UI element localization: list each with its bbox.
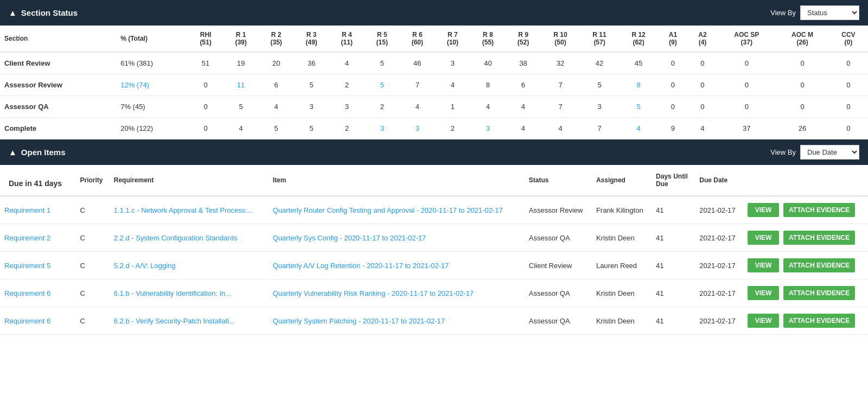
cell-aocm: 26 [776, 118, 829, 139]
oi-col-duedate: Due Date [695, 165, 743, 196]
cell-r3: 5 [294, 74, 329, 96]
cell-r1: 19 [224, 52, 259, 74]
oi-status: Assessor Review [525, 196, 592, 224]
view-button[interactable]: VIEW [748, 286, 780, 300]
oi-duedate: 2021-02-17 [695, 279, 743, 307]
view-button[interactable]: VIEW [748, 258, 780, 272]
col-rhi: RHI(51) [188, 26, 224, 52]
section-table: Section % (Total) RHI(51) R 1(39) R 2(35… [0, 26, 868, 139]
oi-actions: VIEW ATTACH EVIDENCE [743, 224, 868, 252]
attach-evidence-button[interactable]: ATTACH EVIDENCE [783, 258, 855, 272]
oi-req[interactable]: Requirement 6 [0, 307, 76, 335]
oi-item[interactable]: Quarterly A/V Log Retention - 2020-11-17… [269, 252, 525, 279]
cell-rhi: 0 [188, 118, 224, 139]
attach-evidence-button[interactable]: ATTACH EVIDENCE [783, 286, 855, 300]
list-item: Requirement 6C6.2.b - Verify Security-Pa… [0, 307, 868, 335]
oi-assigned: Frank Kilington [592, 196, 652, 224]
view-button[interactable]: VIEW [748, 314, 780, 328]
oi-duedate: 2021-02-17 [695, 252, 743, 279]
oi-reqdetail[interactable]: 2.2.d - System Configuration Standards [110, 224, 269, 252]
oi-item[interactable]: Quarterly Vulnerability Risk Ranking - 2… [269, 279, 525, 307]
cell-r9: 4 [506, 96, 541, 118]
cell-ccv: 0 [829, 96, 868, 118]
cell-r7: 3 [435, 52, 470, 74]
cell-r6: 4 [400, 96, 435, 118]
section-pct: 7% (45) [116, 96, 188, 118]
section-name: Complete [0, 118, 116, 139]
open-items-chevron: ▲ [9, 148, 17, 157]
oi-item[interactable]: Quarterly Sys Config - 2020-11-17 to 202… [269, 224, 525, 252]
col-r1: R 1(39) [224, 26, 259, 52]
col-a1: A1(9) [658, 26, 688, 52]
cell-r5: 3 [365, 118, 400, 139]
col-r10: R 10(50) [541, 26, 580, 52]
oi-req[interactable]: Requirement 6 [0, 279, 76, 307]
col-section: Section [0, 26, 116, 52]
oi-actions: VIEW ATTACH EVIDENCE [743, 307, 868, 335]
cell-a2: 0 [688, 52, 718, 74]
cell-aocsp: 37 [717, 118, 776, 139]
oi-reqdetail[interactable]: 6.2.b - Verify Security-Patch Installati… [110, 307, 269, 335]
cell-a2: 0 [688, 74, 718, 96]
oi-duedate: 2021-02-17 [695, 196, 743, 224]
col-r6: R 6(60) [400, 26, 435, 52]
oi-duedate: 2021-02-17 [695, 307, 743, 335]
open-items-table-wrapper: Due in 41 days Priority Requirement Item… [0, 165, 868, 335]
open-items-header-row: Due in 41 days Priority Requirement Item… [0, 165, 868, 196]
oi-days: 41 [652, 196, 695, 224]
oi-col-status: Status [525, 165, 592, 196]
cell-r10: 7 [541, 96, 580, 118]
oi-reqdetail[interactable]: 1.1.1.c - Network Approval & Test Proces… [110, 196, 269, 224]
section-table-header-row: Section % (Total) RHI(51) R 1(39) R 2(35… [0, 26, 868, 52]
table-row: Assessor QA7% (45)054332414473500000 [0, 96, 868, 118]
cell-r8: 40 [470, 52, 506, 74]
oi-item[interactable]: Quarterly Router Config Testing and Appr… [269, 196, 525, 224]
view-button[interactable]: VIEW [748, 203, 780, 217]
oi-priority: C [76, 307, 110, 335]
attach-evidence-button[interactable]: ATTACH EVIDENCE [783, 203, 855, 217]
oi-req[interactable]: Requirement 2 [0, 224, 76, 252]
oi-actions: VIEW ATTACH EVIDENCE [743, 279, 868, 307]
cell-r12: 4 [619, 118, 658, 139]
col-r7: R 7(10) [435, 26, 470, 52]
open-items-label: Open Items [21, 148, 66, 157]
cell-a1: 0 [658, 52, 688, 74]
oi-reqdetail[interactable]: 6.1.b - Vulnerability Identification: In… [110, 279, 269, 307]
cell-r12: 45 [619, 52, 658, 74]
cell-rhi: 0 [188, 74, 224, 96]
open-items-view-by-select[interactable]: Due Date Priority Status [800, 145, 859, 160]
attach-evidence-button[interactable]: ATTACH EVIDENCE [783, 231, 855, 245]
cell-r4: 4 [329, 52, 365, 74]
cell-a1: 0 [658, 96, 688, 118]
cell-aocsp: 0 [717, 74, 776, 96]
view-button[interactable]: VIEW [748, 231, 780, 245]
cell-ccv: 0 [829, 118, 868, 139]
cell-a2: 4 [688, 118, 718, 139]
oi-req[interactable]: Requirement 5 [0, 252, 76, 279]
list-item: Requirement 1C1.1.1.c - Network Approval… [0, 196, 868, 224]
oi-item[interactable]: Quarterly System Patching - 2020-11-17 t… [269, 307, 525, 335]
oi-duedate: 2021-02-17 [695, 224, 743, 252]
cell-r2: 20 [259, 52, 294, 74]
cell-aocm: 0 [776, 96, 829, 118]
cell-a1: 0 [658, 74, 688, 96]
cell-aocsp: 0 [717, 52, 776, 74]
oi-priority: C [76, 224, 110, 252]
oi-status: Assessor QA [525, 224, 592, 252]
col-r2: R 2(35) [259, 26, 294, 52]
section-name: Assessor Review [0, 74, 116, 96]
col-r8: R 8(55) [470, 26, 506, 52]
cell-ccv: 0 [829, 74, 868, 96]
col-r12: R 12(62) [619, 26, 658, 52]
oi-assigned: Lauren Reed [592, 252, 652, 279]
cell-r7: 2 [435, 118, 470, 139]
cell-r7: 4 [435, 74, 470, 96]
oi-status: Assessor QA [525, 279, 592, 307]
section-status-view-by-select[interactable]: Status Due Date Priority [800, 5, 859, 20]
attach-evidence-button[interactable]: ATTACH EVIDENCE [783, 314, 855, 328]
oi-reqdetail[interactable]: 5.2.d - A/V: Logging [110, 252, 269, 279]
oi-req[interactable]: Requirement 1 [0, 196, 76, 224]
cell-r8: 4 [470, 96, 506, 118]
section-status-view-by: View By Status Due Date Priority [770, 5, 859, 20]
cell-r11: 3 [580, 96, 619, 118]
